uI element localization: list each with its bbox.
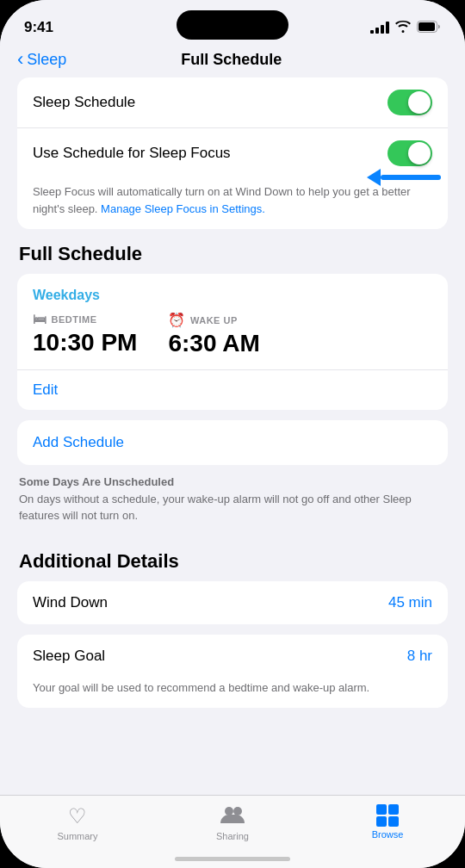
help-text: Sleep Focus will automatically turn on a…	[17, 178, 448, 229]
tab-summary[interactable]: ♡ Summary	[0, 804, 155, 841]
sharing-icon	[220, 804, 245, 828]
schedule-times: 🛏 BEDTIME 10:30 PM ⏰ WAKE UP 6:30 AM	[33, 312, 432, 357]
add-schedule-card[interactable]: Add Schedule	[17, 420, 448, 465]
dynamic-island	[177, 10, 288, 40]
wind-down-value: 45 min	[388, 594, 432, 611]
tab-browse-label: Browse	[372, 829, 404, 840]
wind-down-label: Wind Down	[33, 594, 108, 611]
wifi-icon	[395, 21, 411, 35]
toggle-knob-2	[408, 142, 431, 164]
status-icons	[370, 21, 441, 35]
bedtime-block: 🛏 BEDTIME 10:30 PM	[33, 312, 137, 357]
battery-icon	[417, 21, 441, 35]
heart-icon: ♡	[68, 804, 87, 828]
sleep-schedule-label: Sleep Schedule	[33, 94, 135, 111]
back-button[interactable]: ‹ Sleep	[17, 50, 66, 69]
sleep-schedule-row: Sleep Schedule	[17, 78, 448, 127]
nav-bar: ‹ Sleep Full Schedule	[0, 43, 465, 78]
edit-button[interactable]: Edit	[33, 370, 432, 410]
add-schedule-label: Add Schedule	[33, 434, 124, 450]
scroll-content[interactable]: Sleep Schedule Use Schedule for Sleep Fo…	[0, 78, 465, 781]
home-indicator	[175, 857, 290, 861]
phone-frame: 9:41	[0, 0, 465, 868]
sleep-goal-value: 8 hr	[407, 648, 432, 665]
sleep-goal-label: Sleep Goal	[33, 648, 105, 665]
wakeup-label: WAKE UP	[190, 315, 238, 326]
sleep-focus-toggle[interactable]	[388, 140, 432, 166]
nav-title: Full Schedule	[66, 51, 396, 69]
unscheduled-body: On days without a schedule, your wake-up…	[19, 493, 412, 523]
wind-down-row: Wind Down 45 min	[17, 581, 448, 624]
bedtime-value: 10:30 PM	[33, 329, 137, 356]
schedule-day: Weekdays	[33, 288, 432, 303]
tab-sharing-label: Sharing	[216, 831, 249, 841]
sleep-goal-note: Your goal will be used to recommend a be…	[17, 678, 448, 709]
status-time: 9:41	[24, 19, 53, 36]
tab-summary-label: Summary	[57, 831, 97, 841]
browse-grid-icon	[376, 804, 399, 827]
sleep-focus-label: Use Schedule for Sleep Focus	[33, 145, 231, 162]
toggle-knob	[408, 91, 431, 114]
tab-browse[interactable]: Browse	[310, 804, 465, 840]
back-chevron-icon: ‹	[17, 50, 23, 69]
sleep-schedule-toggle[interactable]	[388, 90, 432, 115]
unscheduled-note: Some Days Are Unscheduled On days withou…	[17, 468, 448, 536]
sleep-focus-row: Use Schedule for Sleep Focus	[17, 127, 448, 178]
wakeup-icon-label: ⏰ WAKE UP	[168, 312, 259, 328]
unscheduled-title: Some Days Are Unscheduled	[19, 475, 174, 488]
wakeup-value: 6:30 AM	[168, 330, 259, 357]
bedtime-icon-label: 🛏 BEDTIME	[33, 312, 137, 327]
svg-point-3	[233, 807, 242, 815]
sleep-goal-card[interactable]: Sleep Goal 8 hr Your goal will be used t…	[17, 635, 448, 709]
svg-rect-1	[418, 22, 435, 31]
bedtime-label: BEDTIME	[52, 314, 97, 325]
wakeup-block: ⏰ WAKE UP 6:30 AM	[168, 312, 259, 357]
toggle-card: Sleep Schedule Use Schedule for Sleep Fo…	[17, 78, 448, 229]
schedule-card: Weekdays 🛏 BEDTIME 10:30 PM ⏰ WAKE UP 6:…	[17, 274, 448, 410]
manage-sleep-focus-link[interactable]: Manage Sleep Focus in Settings.	[101, 202, 265, 215]
full-schedule-heading: Full Schedule	[17, 243, 448, 265]
back-label: Sleep	[27, 51, 66, 69]
tab-sharing[interactable]: Sharing	[155, 804, 310, 841]
svg-point-2	[225, 807, 233, 815]
alarm-icon: ⏰	[168, 312, 186, 328]
wind-down-card[interactable]: Wind Down 45 min	[17, 581, 448, 624]
bed-icon: 🛏	[33, 312, 47, 327]
additional-details-heading: Additional Details	[17, 550, 448, 573]
sleep-goal-row: Sleep Goal 8 hr	[17, 635, 448, 678]
signal-bars-icon	[370, 22, 389, 34]
